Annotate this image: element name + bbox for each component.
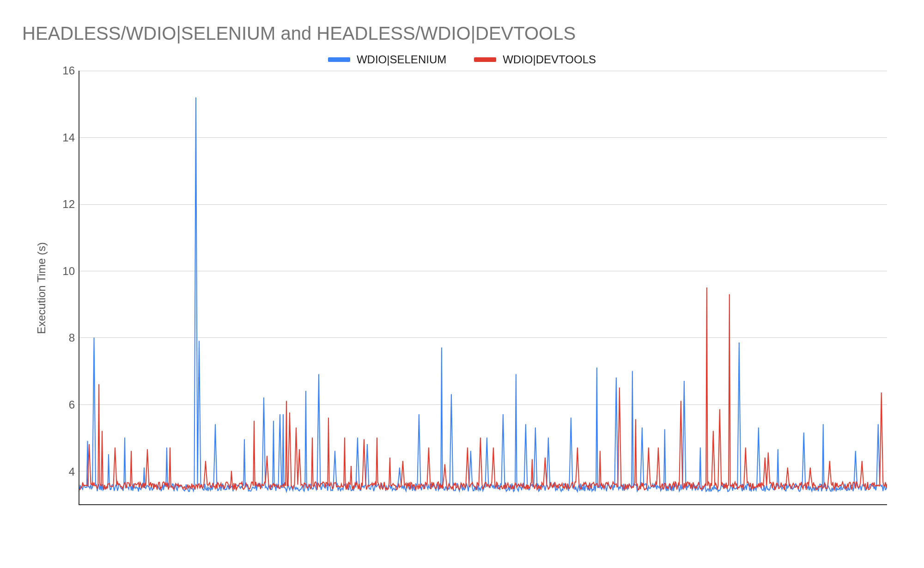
y-tick-label: 6 — [52, 398, 75, 411]
y-tick-label: 10 — [52, 265, 75, 278]
legend-label-selenium: WDIO|SELENIUM — [357, 53, 446, 66]
page-root: HEADLESS/WDIO|SELENIUM and HEADLESS/WDIO… — [0, 0, 924, 568]
legend-item-selenium: WDIO|SELENIUM — [328, 53, 446, 66]
y-tick-label: 12 — [52, 198, 75, 211]
legend-item-devtools: WDIO|DEVTOOLS — [474, 53, 596, 66]
legend-label-devtools: WDIO|DEVTOOLS — [503, 53, 596, 66]
y-tick-label: 16 — [52, 64, 75, 77]
y-tick-label: 8 — [52, 331, 75, 344]
y-axis: 46810121416 — [51, 71, 79, 505]
chart-area: Execution Time (s) 46810121416 — [32, 71, 887, 505]
axis-and-plot: 46810121416 — [51, 71, 887, 505]
legend-swatch-devtools — [474, 57, 496, 62]
footer-spacer — [18, 510, 906, 556]
y-tick-label: 4 — [52, 465, 75, 478]
y-axis-label: Execution Time (s) — [32, 242, 51, 334]
chart-title: HEADLESS/WDIO|SELENIUM and HEADLESS/WDIO… — [22, 23, 906, 44]
legend-swatch-selenium — [328, 57, 350, 62]
series-svg — [79, 71, 887, 504]
y-tick-label: 14 — [52, 131, 75, 144]
chart-legend: WDIO|SELENIUM WDIO|DEVTOOLS — [18, 53, 906, 66]
series-line-selenium — [79, 98, 887, 492]
plot-region — [79, 71, 887, 505]
